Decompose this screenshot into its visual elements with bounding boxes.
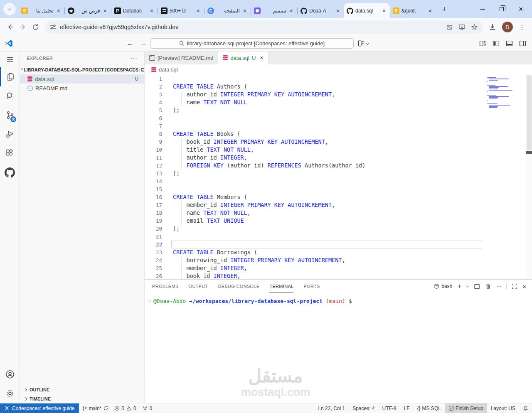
close-panel-button[interactable]: × [522,283,526,290]
indentation-status[interactable]: Spaces: 4 [349,403,378,413]
tab-close-icon[interactable]: × [149,7,155,14]
profile-avatar[interactable]: D [502,22,513,32]
settings-button[interactable] [0,384,20,403]
browser-tab[interactable]: 5&quot;× [390,3,436,18]
code-line[interactable]: 26 book_id INTEGER, [145,272,532,279]
remote-indicator[interactable]: Codespaces: effective guide [0,403,79,413]
browser-tab[interactable]: ∗فرص ش× [65,3,111,18]
close-tab-icon[interactable]: × [260,54,263,61]
code-line[interactable]: 24 borrowing_id INTEGER PRIMARY KEY AUTO… [145,256,532,264]
code-line[interactable]: 10 title TEXT NOT NULL, [145,146,532,154]
new-terminal-button[interactable]: + [457,282,461,290]
terminal-dropdown-icon[interactable] [466,284,469,287]
code-line[interactable]: 15 [145,185,532,193]
explorer-more-actions-button[interactable]: ··· [131,55,138,61]
panel-tab-debug-console[interactable]: DEBUG CONSOLE [218,280,260,293]
code-line[interactable]: 16CREATE TABLE Members ( [145,193,532,201]
go-forward-button[interactable]: → [137,40,150,47]
sidebar-item-explorer[interactable] [0,67,20,86]
sidebar-item-run-debug[interactable] [0,125,20,144]
code-line[interactable]: 22 [145,241,532,248]
sidebar-item-search[interactable] [0,86,20,106]
finish-setup-button[interactable]: Finish Setup [445,403,487,413]
tab-search-button[interactable] [3,3,16,15]
maximize-panel-icon[interactable] [512,283,517,289]
code-line[interactable]: 18 name TEXT NOT NULL, [145,209,532,217]
address-bar[interactable]: effective-guide-v67gjw59qg5xfxx7v.github… [45,21,483,34]
code-line[interactable]: 9 book_id INTEGER PRIMARY KEY AUTOINCREM… [145,138,532,146]
tab-close-icon[interactable]: × [427,7,433,14]
panel-tab-output[interactable]: OUTPUT [189,280,208,293]
command-center[interactable]: library-database-sql-project [Codespaces… [150,38,354,49]
forward-button[interactable] [17,21,29,33]
code-line[interactable]: 6 [145,114,532,122]
editor-scrollbar[interactable] [526,75,532,279]
tab-close-icon[interactable]: × [102,7,108,14]
code-line[interactable]: 5); [145,106,532,114]
minimize-button[interactable] [473,0,492,18]
reload-button[interactable] [29,21,42,33]
tab-close-icon[interactable]: × [195,7,201,14]
browser-tab[interactable]: Cالصفحة× [204,3,251,18]
code-line[interactable]: 8CREATE TABLE Books ( [145,130,532,138]
menu-button[interactable] [0,52,20,67]
kill-terminal-trash-icon[interactable] [485,283,491,290]
code-line[interactable]: 7 [145,122,532,130]
panel-tab-ports[interactable]: PORTS [303,280,320,293]
tab-close-icon[interactable]: × [335,7,341,14]
content-blocked-icon[interactable] [443,21,456,33]
remote-menu-button[interactable] [358,40,369,47]
cursor-position-status[interactable]: Ln 22, Col 1 [314,403,349,413]
sidebar-section-outline[interactable]: OUTLINE [20,385,144,394]
eol-status[interactable]: LF [400,403,414,413]
minimap[interactable] [487,76,525,108]
split-terminal-icon[interactable] [474,283,480,290]
file-tree-item[interactable]: data.sqlU [20,74,144,84]
scrollbar-thumb[interactable] [527,75,532,150]
language-mode-status[interactable]: {} MS SQL [414,403,445,413]
panel-tab-problems[interactable]: PROBLEMS [152,280,179,293]
sidebar-item-github[interactable] [0,163,20,182]
site-settings-icon[interactable] [50,24,57,30]
terminal[interactable]: @Doaa-Abdo →/workspaces/library-database… [145,293,532,403]
code-line[interactable]: 14 [145,177,532,185]
restore-button[interactable] [492,0,511,18]
tab-close-icon[interactable]: × [288,7,294,14]
breadcrumb[interactable]: data.sql [145,64,532,75]
sidebar-item-source-control[interactable] [0,106,20,125]
browser-tab[interactable]: PDatabas× [111,3,158,18]
file-tree-item[interactable]: README.md [20,84,144,93]
code-line[interactable]: 4 name TEXT NOT NULL [145,98,532,106]
sidebar-section-timeline[interactable]: TIMELINE [20,394,144,403]
code-line[interactable]: 13); [145,170,532,177]
toggle-secondary-sidebar-icon[interactable] [519,40,526,47]
accounts-button[interactable] [0,365,20,384]
bookmark-star-icon[interactable] [468,21,480,33]
code-line[interactable]: 12 FOREIGN KEY (author_id) REFERENCES Au… [145,162,532,170]
back-button[interactable] [4,21,17,33]
close-window-button[interactable]: × [511,0,530,18]
toggle-sidebar-icon[interactable] [493,40,500,47]
code-line[interactable]: 17 member_id INTEGER PRIMARY KEY AUTOINC… [145,201,532,209]
downloads-button[interactable] [486,21,499,33]
notifications-bell-button[interactable] [519,403,532,413]
url-text[interactable]: effective-guide-v67gjw59qg5xfxx7v.github… [60,24,443,30]
terminal-shell-selector[interactable]: bash [433,283,452,289]
code-line[interactable]: 23CREATE TABLE Borrowings ( [145,248,532,256]
code-line[interactable]: 2CREATE TABLE Authors ( [145,83,532,91]
panel-more-actions-button[interactable]: ⋯ [496,283,501,289]
go-back-button[interactable]: ← [123,40,137,47]
editor-tab[interactable]: data.sqlU× [218,52,268,64]
tab-close-icon[interactable]: × [381,7,387,14]
workspace-root-folder[interactable]: LIBRARY-DATABASE-SQL-PROJECT [CODESPACES… [20,65,144,74]
browser-tab[interactable]: 500+ D× [158,3,204,18]
code-line[interactable]: 19 email TEXT UNIQUE [145,217,532,225]
browser-tab[interactable]: data.sql× [344,3,390,18]
panel-tab-terminal[interactable]: TERMINAL [269,280,293,293]
browser-menu-button[interactable]: ⋮ [516,23,528,31]
code-line[interactable]: 1 [145,75,532,83]
new-tab-button[interactable]: + [438,3,450,15]
editor-tab[interactable]: [Preview] README.md [145,52,218,64]
tab-close-icon[interactable]: × [242,7,248,14]
browser-tab[interactable]: تصميم× [251,3,297,18]
